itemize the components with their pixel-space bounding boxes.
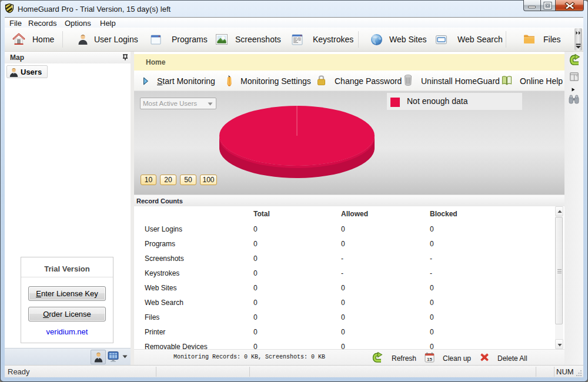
svg-text:15: 15 [427,357,432,362]
